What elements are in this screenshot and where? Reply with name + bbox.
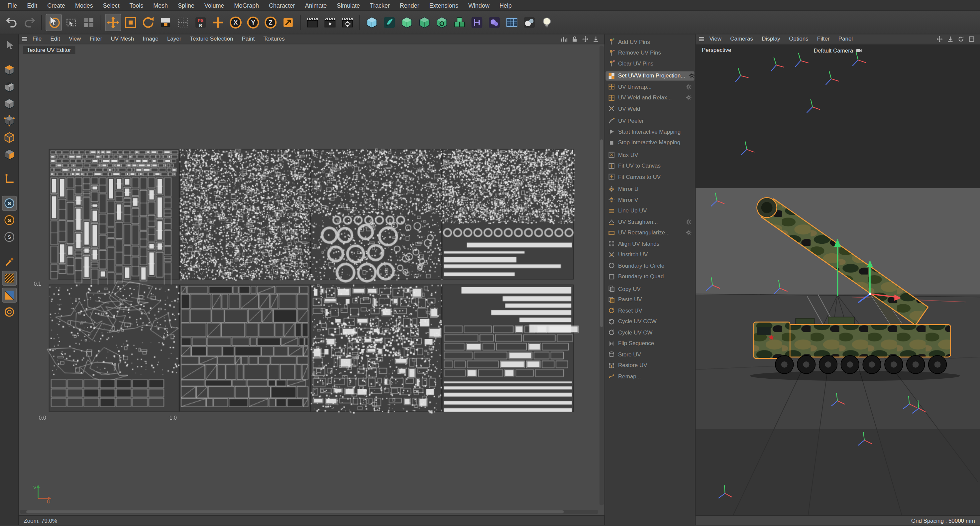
uv-menu-edit[interactable]: Edit: [46, 34, 64, 43]
uv-command-stop-interactive-mapping[interactable]: Stop Interactive Mapping: [606, 138, 694, 148]
gear-icon[interactable]: [689, 73, 695, 79]
menu-edit[interactable]: Edit: [22, 0, 42, 10]
uv-command-unstitch-uv[interactable]: Unstitch UV: [606, 250, 694, 259]
uv-command-restore-uv[interactable]: Restore UV: [606, 360, 694, 370]
metaball-button[interactable]: [486, 13, 503, 31]
uv-command-max-uv[interactable]: Max UV: [606, 150, 694, 159]
menu-modes[interactable]: Modes: [70, 0, 98, 10]
uv-menu-textures[interactable]: Textures: [259, 34, 289, 43]
x-axis-lock-button[interactable]: X: [228, 13, 244, 31]
gear-icon[interactable]: [686, 84, 692, 90]
last-tool-button[interactable]: [158, 13, 174, 31]
uv-command-cycle-uv-ccw[interactable]: Cycle UV CCW: [606, 317, 694, 327]
uv-command-paste-uv[interactable]: Paste UV: [606, 295, 694, 304]
vp-menu-filter[interactable]: Filter: [813, 34, 834, 43]
vp-menu-cameras[interactable]: Cameras: [726, 34, 757, 43]
add-button[interactable]: [210, 13, 226, 31]
snap-3d-button[interactable]: S: [2, 212, 17, 228]
uv-command-reset-uv[interactable]: Reset UV: [606, 306, 694, 316]
coordinate-system-button[interactable]: [280, 13, 296, 31]
undo-button[interactable]: [4, 13, 20, 31]
menu-window[interactable]: Window: [463, 0, 495, 10]
uv-canvas-area[interactable]: Texture UV Editor 0,1 0,0 1,0 V U: [19, 45, 604, 515]
uv-menu-file[interactable]: File: [28, 34, 46, 43]
move-tool-button[interactable]: [105, 13, 121, 31]
menu-tools[interactable]: Tools: [124, 0, 148, 10]
uv-menu-paint[interactable]: Paint: [238, 34, 259, 43]
uv-menu-texture-selection[interactable]: Texture Selection: [185, 34, 237, 43]
uv-command-store-uv[interactable]: Store UV: [606, 349, 694, 359]
menu-extensions[interactable]: Extensions: [424, 0, 464, 10]
uv-vertical-scrollbar[interactable]: [600, 46, 604, 505]
menu-animate[interactable]: Animate: [300, 0, 332, 10]
vp-menu-display[interactable]: Display: [757, 34, 784, 43]
menu-file[interactable]: File: [3, 0, 22, 10]
pen-spline-button[interactable]: [381, 13, 398, 31]
subdivision-surface-button[interactable]: [399, 13, 415, 31]
polygons-mode-button[interactable]: [2, 147, 17, 162]
hamburger-icon[interactable]: [698, 35, 705, 43]
menu-create[interactable]: Create: [42, 0, 70, 10]
uv-polygons-button[interactable]: [2, 288, 17, 303]
menu-mograph[interactable]: MoGraph: [229, 0, 264, 10]
instance-button[interactable]: [417, 13, 433, 31]
uv-command-set-uvw-from-projection[interactable]: Set UVW from Projection...: [606, 71, 694, 80]
chart-icon[interactable]: [561, 35, 568, 43]
uv-command-align-uv-islands[interactable]: Align UV Islands: [606, 239, 694, 249]
reset-psr-button[interactable]: PSR: [192, 13, 209, 31]
viewport-camera-label[interactable]: Default Camera: [814, 47, 862, 54]
menu-render[interactable]: Render: [395, 0, 424, 10]
uv-command-remap[interactable]: Remap...: [606, 371, 694, 381]
object-axis-button[interactable]: [2, 171, 17, 186]
pan-icon[interactable]: [936, 35, 943, 43]
paint-tool-button[interactable]: [2, 254, 17, 269]
uv-menu-view[interactable]: View: [64, 34, 85, 43]
vp-menu-panel[interactable]: Panel: [834, 34, 858, 43]
snap-2d-button[interactable]: S: [2, 230, 17, 244]
uv-command-uv-weld-and-relax[interactable]: UV Weld and Relax...: [606, 93, 694, 102]
uv-points-button[interactable]: [2, 304, 17, 320]
pointer-button[interactable]: [2, 38, 17, 53]
live-selection-button[interactable]: [46, 13, 62, 31]
snap-toggle-button[interactable]: S: [2, 196, 17, 211]
uv-command-boundary-to-circle[interactable]: Boundary to Circle: [606, 261, 694, 270]
z-axis-lock-button[interactable]: Z: [262, 13, 279, 31]
vp-menu-options[interactable]: Options: [784, 34, 813, 43]
plane-grid-button[interactable]: [504, 13, 520, 31]
selection-mode-button[interactable]: [81, 13, 97, 31]
uv-command-mirror-u[interactable]: Mirror U: [606, 184, 694, 194]
uv-command-remove-uv-pins[interactable]: Remove UV Pins: [606, 48, 694, 57]
redo-button[interactable]: [21, 13, 38, 31]
viewport-canvas-area[interactable]: Perspective Default Camera: [695, 45, 980, 515]
uv-menu-image[interactable]: Image: [138, 34, 162, 43]
uv-command-mirror-v[interactable]: Mirror V: [606, 195, 694, 205]
menu-tracker[interactable]: Tracker: [365, 0, 395, 10]
edges-mode-button[interactable]: [2, 130, 17, 145]
uv-command-uv-rectangularize[interactable]: UV Rectangularize...: [606, 228, 694, 238]
uv-command-uv-straighten[interactable]: UV Straighten...: [606, 217, 694, 227]
uv-command-uv-peeler[interactable]: UV Peeler: [606, 116, 694, 126]
rotate-tool-button[interactable]: [140, 13, 156, 31]
uv-command-add-uv-pins[interactable]: Add UV Pins: [606, 37, 694, 46]
menu-spline[interactable]: Spline: [173, 0, 199, 10]
uv-horizontal-scrollbar[interactable]: [20, 510, 598, 514]
render-view-button[interactable]: [304, 13, 321, 31]
render-picture-viewer-button[interactable]: [322, 13, 338, 31]
uv-islands-canvas[interactable]: [19, 45, 604, 515]
menu-volume[interactable]: Volume: [199, 0, 229, 10]
uv-command-uv-weld[interactable]: UV Weld: [606, 104, 694, 113]
uv-command-clear-uv-pins[interactable]: Clear UV Pins: [606, 59, 694, 69]
rect-selection-button[interactable]: [63, 13, 80, 31]
dock-icon[interactable]: [947, 35, 954, 43]
vp-menu-view[interactable]: View: [705, 34, 726, 43]
uv-command-copy-uv[interactable]: Copy UV: [606, 284, 694, 293]
gear-icon[interactable]: [686, 94, 692, 101]
menu-help[interactable]: Help: [495, 0, 517, 10]
pan-icon[interactable]: [582, 35, 589, 43]
gear-icon[interactable]: [686, 230, 692, 236]
uv-menu-layer[interactable]: Layer: [163, 34, 186, 43]
cloner-button[interactable]: [451, 13, 468, 31]
uv-command-line-up-uv[interactable]: Line Up UV: [606, 206, 694, 216]
uv-command-boundary-to-quad[interactable]: Boundary to Quad: [606, 272, 694, 281]
cube-primitive-button[interactable]: [364, 13, 380, 31]
